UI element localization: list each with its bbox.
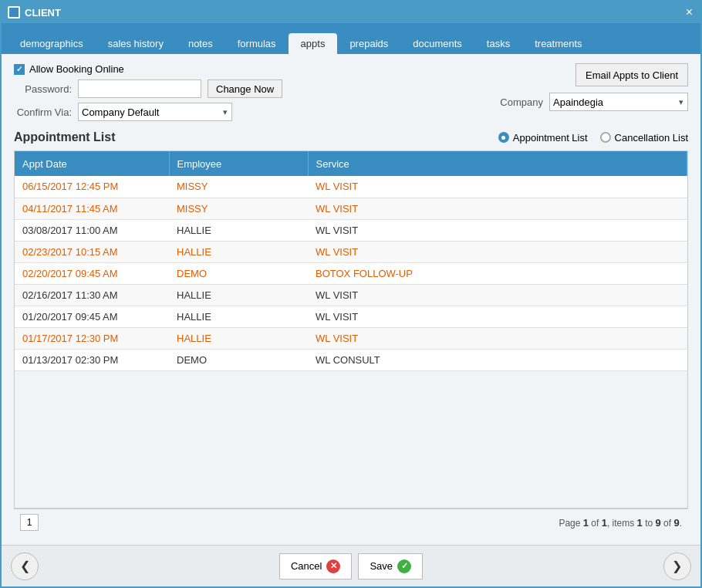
password-input[interactable]	[78, 79, 201, 98]
table-header-row: Appt Date Employee Service	[15, 151, 687, 176]
col-service: Service	[308, 151, 687, 176]
tab-sales-history[interactable]: sales history	[96, 33, 176, 54]
radio-appt-list[interactable]: Appointment List	[498, 132, 588, 144]
close-button[interactable]: ×	[684, 6, 694, 19]
page-info: Page 1 of 1, items 1 to 9 of 9.	[559, 517, 682, 529]
cell-date: 02/20/2017 09:45 AM	[15, 262, 169, 284]
radio-group: Appointment List Cancellation List	[498, 132, 688, 144]
confirm-via-select-wrapper: Company Default	[78, 103, 232, 121]
confirm-via-select[interactable]: Company Default	[78, 103, 232, 121]
app-icon	[8, 6, 20, 19]
top-right-form: Email Appts to Client Company Apaindegia	[500, 63, 688, 111]
cell-date: 06/15/2017 12:45 PM	[15, 176, 169, 198]
email-appts-button[interactable]: Email Appts to Client	[575, 63, 688, 86]
save-icon: ✓	[397, 559, 411, 573]
svg-rect-0	[9, 8, 19, 17]
table-row[interactable]: 01/20/2017 09:45 AM HALLIE WL VISIT	[15, 306, 687, 327]
cell-service: WL CONSULT	[308, 349, 687, 370]
cell-service: WL VISIT	[308, 219, 687, 241]
table-row[interactable]: 02/23/2017 10:15 AM HALLIE WL VISIT	[15, 241, 687, 262]
cell-employee: MISSY	[169, 176, 308, 198]
cell-employee: HALLIE	[169, 219, 308, 241]
table-row[interactable]: 03/08/2017 11:00 AM HALLIE WL VISIT	[15, 219, 687, 241]
tab-demographics[interactable]: demographics	[8, 33, 96, 54]
radio-appt-list-icon	[498, 132, 509, 143]
password-row: Password: Change Now	[14, 79, 282, 98]
footer: ❮ Cancel ✕ Save ✓ ❯	[2, 545, 700, 586]
cell-service: WL VISIT	[308, 284, 687, 306]
cell-date: 02/16/2017 11:30 AM	[15, 284, 169, 306]
main-content: Allow Booking Online Password: Change No…	[2, 54, 700, 545]
cell-employee: HALLIE	[169, 306, 308, 327]
table-row[interactable]: 02/16/2017 11:30 AM HALLIE WL VISIT	[15, 284, 687, 306]
top-left-form: Allow Booking Online Password: Change No…	[14, 63, 282, 121]
allow-booking-label: Allow Booking Online	[29, 63, 124, 75]
cell-employee: HALLIE	[169, 327, 308, 349]
cell-date: 03/08/2017 11:00 AM	[15, 219, 169, 241]
allow-booking-checkbox[interactable]	[14, 64, 25, 75]
cancel-icon: ✕	[326, 559, 340, 573]
confirm-via-row: Confirm Via: Company Default	[14, 103, 282, 121]
next-button[interactable]: ❯	[663, 553, 691, 580]
appointments-table: Appt Date Employee Service 06/15/2017 12…	[15, 151, 687, 371]
tab-formulas[interactable]: formulas	[225, 33, 289, 54]
appt-list-title: Appointment List	[14, 130, 116, 144]
client-window: CLIENT × demographics sales history note…	[0, 0, 702, 588]
window-title: CLIENT	[25, 7, 61, 19]
cell-service: WL VISIT	[308, 241, 687, 262]
company-row: Company Apaindegia	[500, 93, 688, 111]
company-select[interactable]: Apaindegia	[549, 93, 688, 111]
confirm-via-label: Confirm Via:	[14, 106, 72, 118]
table-row[interactable]: 01/17/2017 12:30 PM HALLIE WL VISIT	[15, 327, 687, 349]
col-appt-date: Appt Date	[15, 151, 169, 176]
title-bar: CLIENT ×	[2, 2, 700, 23]
cancel-button[interactable]: Cancel ✕	[279, 553, 352, 580]
table-row[interactable]: 02/20/2017 09:45 AM DEMO BOTOX FOLLOW-UP	[15, 262, 687, 284]
save-button[interactable]: Save ✓	[358, 553, 423, 580]
cell-employee: DEMO	[169, 262, 308, 284]
password-label: Password:	[14, 83, 72, 95]
tab-prepaids[interactable]: prepaids	[337, 33, 400, 54]
cell-service: WL VISIT	[308, 327, 687, 349]
table-row[interactable]: 06/15/2017 12:45 PM MISSY WL VISIT	[15, 176, 687, 198]
company-select-wrapper: Apaindegia	[549, 93, 688, 111]
prev-button[interactable]: ❮	[11, 553, 39, 580]
cell-date: 01/13/2017 02:30 PM	[15, 349, 169, 370]
cell-date: 01/20/2017 09:45 AM	[15, 306, 169, 327]
cancel-label: Cancel	[291, 560, 322, 572]
cell-service: BOTOX FOLLOW-UP	[308, 262, 687, 284]
col-employee: Employee	[169, 151, 308, 176]
page-number-box[interactable]: 1	[20, 514, 39, 531]
cell-date: 04/11/2017 11:45 AM	[15, 198, 169, 219]
cell-service: WL VISIT	[308, 198, 687, 219]
radio-cancel-list-label: Cancellation List	[615, 132, 688, 144]
cell-employee: MISSY	[169, 198, 308, 219]
appointments-table-container: Appt Date Employee Service 06/15/2017 12…	[14, 150, 688, 509]
tab-tasks[interactable]: tasks	[474, 33, 522, 54]
table-row[interactable]: 01/13/2017 02:30 PM DEMO WL CONSULT	[15, 349, 687, 370]
tab-treatments[interactable]: treatments	[522, 33, 594, 54]
cell-service: WL VISIT	[308, 176, 687, 198]
cell-employee: DEMO	[169, 349, 308, 370]
radio-appt-list-label: Appointment List	[513, 132, 588, 144]
save-label: Save	[370, 560, 393, 572]
cell-service: WL VISIT	[308, 306, 687, 327]
cell-employee: HALLIE	[169, 284, 308, 306]
footer-center: Cancel ✕ Save ✓	[279, 553, 423, 580]
cell-employee: HALLIE	[169, 241, 308, 262]
title-bar-left: CLIENT	[8, 6, 61, 19]
table-row[interactable]: 04/11/2017 11:45 AM MISSY WL VISIT	[15, 198, 687, 219]
pagination-bar: 1 Page 1 of 1, items 1 to 9 of 9.	[14, 509, 688, 536]
appt-header-row: Appointment List Appointment List Cancel…	[14, 130, 688, 144]
tab-appts[interactable]: appts	[289, 33, 338, 54]
radio-cancel-list[interactable]: Cancellation List	[600, 132, 688, 144]
tab-notes[interactable]: notes	[176, 33, 225, 54]
tab-bar: demographics sales history notes formula…	[2, 23, 700, 54]
tab-documents[interactable]: documents	[400, 33, 474, 54]
company-label: Company	[500, 96, 543, 108]
cell-date: 02/23/2017 10:15 AM	[15, 241, 169, 262]
allow-booking-row: Allow Booking Online	[14, 63, 282, 75]
cell-date: 01/17/2017 12:30 PM	[15, 327, 169, 349]
radio-cancel-list-icon	[600, 132, 611, 143]
change-now-button[interactable]: Change Now	[208, 79, 282, 98]
